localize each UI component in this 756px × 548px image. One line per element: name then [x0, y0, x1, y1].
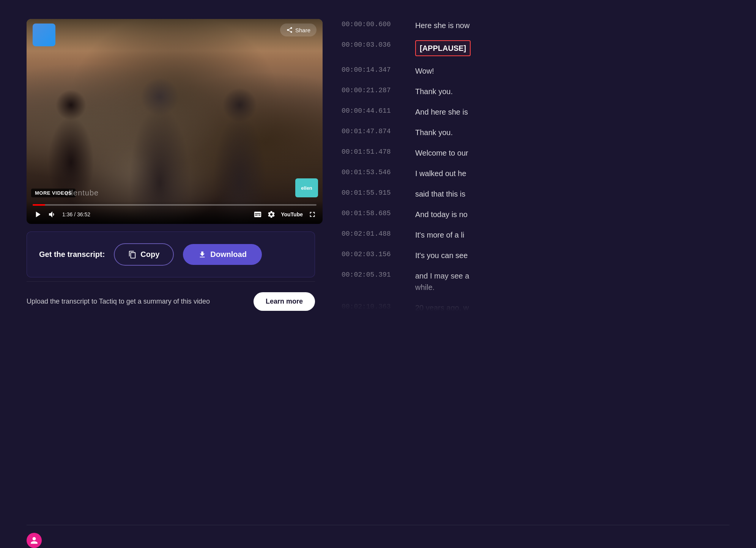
timestamp: 00:02:01.488: [342, 229, 406, 238]
transcript-list: 00:00:00.600Here she is now00:00:03.036[…: [342, 15, 741, 311]
left-panel: Share MORE VIDEOS ellentube ellen: [0, 11, 326, 525]
transcript-label: Get the transcript:: [39, 250, 105, 259]
transcript-row[interactable]: 00:01:53.546I walked out he: [342, 163, 741, 184]
settings-button[interactable]: [267, 210, 276, 219]
timestamp: 00:02:10.363: [342, 302, 406, 310]
transcript-text: It's you can see: [415, 250, 468, 261]
download-label: Download: [210, 250, 247, 259]
play-button[interactable]: [33, 209, 43, 219]
share-label: Share: [295, 27, 310, 33]
copy-label: Copy: [140, 250, 159, 259]
progress-bar[interactable]: [33, 204, 317, 206]
transcript-row[interactable]: 00:02:03.156It's you can see: [342, 245, 741, 266]
copy-button[interactable]: Copy: [114, 243, 174, 266]
ellen-branding: ellen: [295, 178, 318, 197]
subtitles-button[interactable]: [254, 210, 262, 219]
timestamp: 00:00:14.347: [342, 65, 406, 74]
transcript-row[interactable]: 00:00:21.287Thank you.: [342, 81, 741, 102]
share-icon: [286, 27, 293, 33]
youtube-logo: YouTube: [281, 211, 303, 217]
video-player[interactable]: Share MORE VIDEOS ellentube ellen: [27, 19, 323, 224]
copy-icon: [128, 250, 137, 259]
transcript-row[interactable]: 00:00:14.347Wow!: [342, 61, 741, 81]
time-display: 1:36 / 36:52: [62, 211, 248, 217]
time-current: 1:36: [62, 211, 72, 217]
share-button[interactable]: Share: [280, 24, 317, 36]
timestamp: 00:01:47.874: [342, 127, 406, 135]
timestamp: 00:01:53.546: [342, 168, 406, 176]
bottom-section: [27, 525, 729, 548]
timestamp: 00:01:55.915: [342, 188, 406, 197]
settings-icon: [267, 210, 276, 219]
transcript-row[interactable]: 00:01:55.915said that this is: [342, 184, 741, 204]
ellen-tube-logo: ellentube: [65, 189, 99, 197]
transcript-text: Thank you.: [415, 86, 453, 97]
download-icon: [198, 250, 206, 259]
timestamp: 00:00:03.036: [342, 40, 406, 49]
transcript-text: [APPLAUSE]: [415, 40, 471, 56]
volume-icon: [48, 210, 57, 219]
video-controls: 1:36 / 36:52: [27, 201, 323, 224]
volume-button[interactable]: [48, 210, 57, 219]
fullscreen-button[interactable]: [308, 210, 317, 219]
transcript-text: and I may see awhile.: [415, 270, 469, 293]
timestamp: 00:00:00.600: [342, 20, 406, 28]
transcript-row[interactable]: 00:02:05.391and I may see awhile.: [342, 266, 741, 298]
fullscreen-icon: [308, 210, 317, 219]
transcript-row[interactable]: 00:01:58.685And today is no: [342, 204, 741, 225]
transcript-text: And today is no: [415, 209, 468, 220]
video-top-bar: Share: [27, 19, 323, 51]
transcript-row[interactable]: 00:01:47.874Thank you.: [342, 122, 741, 143]
right-panel: 00:00:00.600Here she is now00:00:03.036[…: [326, 11, 756, 525]
transcript-container: 00:00:00.600Here she is now00:00:03.036[…: [342, 15, 741, 311]
timestamp: 00:01:58.685: [342, 209, 406, 217]
time-total: 36:52: [77, 211, 90, 217]
transcript-text: Welcome to our: [415, 147, 468, 159]
transcript-row[interactable]: 00:01:51.478Welcome to our: [342, 143, 741, 163]
transcript-text: And here she is: [415, 106, 468, 118]
progress-fill: [33, 204, 45, 206]
transcript-text: I walked out he: [415, 168, 466, 179]
transcript-text: Here she is now: [415, 20, 469, 31]
transcript-text: Wow!: [415, 65, 434, 77]
user-icon: [30, 536, 38, 545]
subtitles-icon: [254, 210, 262, 219]
upload-section: Upload the transcript to Tactiq to get a…: [27, 281, 315, 318]
channel-logo-area: [33, 24, 55, 46]
user-avatar: [27, 533, 42, 548]
timestamp: 00:00:44.611: [342, 106, 406, 115]
transcript-controls: Get the transcript: Copy Download: [27, 231, 315, 277]
time-separator: /: [74, 211, 77, 217]
transcript-row[interactable]: 00:02:01.488It's more of a li: [342, 225, 741, 245]
transcript-row[interactable]: 00:00:03.036[APPLAUSE]: [342, 36, 741, 61]
transcript-row[interactable]: 00:00:44.611And here she is: [342, 102, 741, 122]
timestamp: 00:01:51.478: [342, 147, 406, 156]
transcript-text: said that this is: [415, 188, 465, 200]
timestamp: 00:02:03.156: [342, 250, 406, 258]
channel-logo: [33, 24, 55, 46]
upload-text: Upload the transcript to Tactiq to get a…: [27, 298, 244, 305]
play-icon: [33, 209, 43, 219]
transcript-row[interactable]: 00:00:00.600Here she is now: [342, 15, 741, 36]
transcript-text: It's more of a li: [415, 229, 464, 241]
transcript-text: 20 years ago, wshow,: [415, 302, 469, 311]
download-button[interactable]: Download: [183, 244, 262, 265]
timestamp: 00:02:05.391: [342, 270, 406, 279]
transcript-text: Thank you.: [415, 127, 453, 138]
transcript-row[interactable]: 00:02:10.36320 years ago, wshow,: [342, 298, 741, 311]
learn-more-button[interactable]: Learn more: [254, 292, 315, 311]
timestamp: 00:00:21.287: [342, 86, 406, 94]
